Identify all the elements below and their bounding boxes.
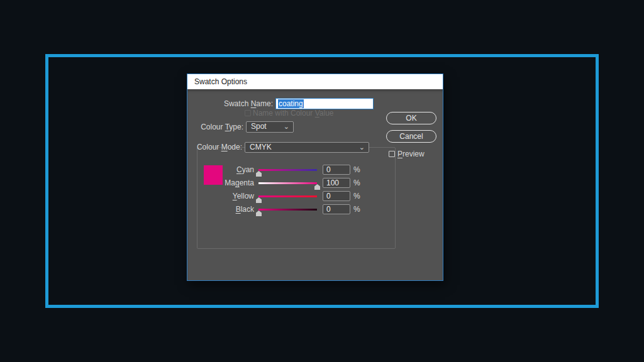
magenta-slider[interactable] <box>258 177 317 190</box>
swatch-name-label: Swatch Name: <box>200 98 273 109</box>
preview-label: Preview <box>397 150 425 158</box>
yellow-slider-track[interactable] <box>258 195 317 197</box>
colour-mode-label: Colour Mode: <box>187 142 242 153</box>
dialog-title: Swatch Options <box>194 77 247 86</box>
colour-type-value: Spot <box>251 122 267 131</box>
yellow-label: Yellow <box>200 190 254 203</box>
swatch-name-input[interactable]: coating <box>275 98 374 109</box>
magenta-slider-row: Magenta 100 % <box>187 177 443 190</box>
chevron-down-icon: ⌄ <box>359 143 365 152</box>
cyan-percent-sign: % <box>353 163 360 177</box>
yellow-slider-row: Yellow 0 % <box>187 190 443 203</box>
magenta-percent-sign: % <box>353 177 360 190</box>
black-slider-track[interactable] <box>258 209 317 211</box>
cyan-slider-row: Cyan 0 % <box>187 163 443 177</box>
application-canvas: Swatch Options Swatch Name: coating Name… <box>0 0 644 362</box>
cyan-slider-track[interactable] <box>258 169 317 171</box>
black-value-input[interactable]: 0 <box>323 204 350 214</box>
yellow-slider-thumb[interactable] <box>256 197 262 203</box>
yellow-percent-sign: % <box>353 190 360 203</box>
selected-text: coating <box>278 99 304 108</box>
name-with-colour-value-label: Name with Colour Value <box>253 109 334 118</box>
magenta-slider-thumb[interactable] <box>314 184 320 190</box>
chevron-down-icon: ⌄ <box>284 122 289 132</box>
ok-button[interactable]: OK <box>386 112 436 124</box>
name-with-colour-value-checkbox <box>245 110 251 116</box>
swatch-options-dialog: Swatch Options Swatch Name: coating Name… <box>187 74 443 281</box>
colour-mode-dropdown[interactable]: CMYK ⌄ <box>245 142 369 153</box>
cyan-value-input[interactable]: 0 <box>323 165 350 175</box>
black-slider[interactable] <box>258 203 317 216</box>
yellow-value-input[interactable]: 0 <box>323 191 350 201</box>
magenta-value-input[interactable]: 100 <box>323 178 350 188</box>
black-percent-sign: % <box>353 203 360 216</box>
dialog-titlebar[interactable]: Swatch Options <box>187 74 443 89</box>
colour-type-dropdown[interactable]: Spot ⌄ <box>246 121 294 133</box>
colour-mode-value: CMYK <box>250 143 272 151</box>
magenta-slider-track[interactable] <box>258 182 317 184</box>
black-slider-row: Black 0 % <box>187 203 443 216</box>
cancel-button[interactable]: Cancel <box>386 130 436 143</box>
dialog-body: Swatch Name: coating Name with Colour Va… <box>187 89 443 280</box>
cyan-slider[interactable] <box>258 163 317 177</box>
colour-type-label: Colour Type: <box>187 121 243 133</box>
black-slider-thumb[interactable] <box>256 211 262 216</box>
cyan-label: Cyan <box>200 163 254 177</box>
yellow-slider[interactable] <box>258 190 317 203</box>
preview-checkbox[interactable] <box>389 151 395 157</box>
cyan-slider-thumb[interactable] <box>256 171 262 177</box>
black-label: Black <box>200 203 254 216</box>
magenta-label: Magenta <box>200 177 254 190</box>
